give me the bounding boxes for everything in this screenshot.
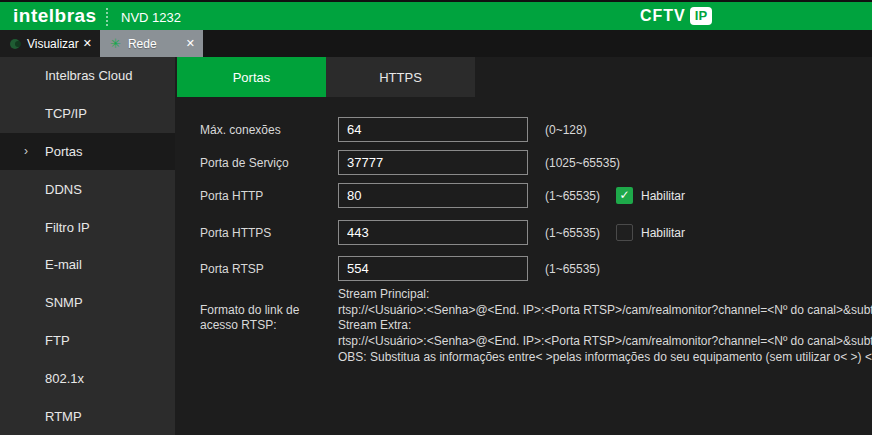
top-header: intelbras NVD 1232 CFTV IP — [0, 0, 872, 30]
settings-tab-https[interactable]: HTTPS — [326, 57, 475, 97]
field-label: Máx. conexões — [200, 123, 281, 137]
sidebar-item-portas[interactable]: ›Portas — [0, 133, 175, 171]
sidebar-item-label: Portas — [45, 144, 83, 159]
content-panel: PortasHTTPS Máx. conexões(0~128)Porta de… — [175, 57, 872, 435]
field-label: Porta RTSP — [200, 262, 264, 276]
window-tab-label: Visualizar — [27, 37, 79, 51]
porta-rtsp-input[interactable] — [338, 256, 528, 281]
checkbox-label: Habilitar — [641, 226, 685, 240]
intelbras-logo: intelbras — [13, 5, 97, 27]
window-tab-rede[interactable]: ✳Rede✕ — [100, 30, 203, 57]
form-row-porta-https: Porta HTTPS(1~65535)Habilitar — [175, 220, 872, 246]
sidebar-item-label: Intelbras Cloud — [45, 68, 132, 83]
device-name: NVD 1232 — [121, 10, 181, 25]
field-range-hint: (1~65535) — [545, 189, 600, 203]
app-window: intelbras NVD 1232 CFTV IP Visualizar✕✳R… — [0, 0, 872, 435]
content-tab-row: PortasHTTPS — [177, 57, 475, 97]
close-icon[interactable]: ✕ — [186, 37, 195, 50]
field-label: Porta HTTP — [200, 189, 263, 203]
network-icon: ✳ — [110, 37, 121, 50]
field-range-hint: (1~65535) — [545, 262, 600, 276]
sidebar-item-intelbras-cloud[interactable]: Intelbras Cloud — [0, 57, 175, 95]
sidebar-item-ftp[interactable]: FTP — [0, 322, 175, 360]
sidebar-item-filtro-ip[interactable]: Filtro IP — [0, 208, 175, 246]
settings-tab-portas[interactable]: Portas — [177, 57, 326, 97]
rtsp-format-label: Formato do link de acesso RTSP: — [200, 303, 340, 333]
cftv-ip-logo: CFTV IP — [640, 7, 712, 25]
chevron-right-icon: › — [24, 144, 28, 158]
cftv-text: CFTV — [640, 7, 686, 25]
eye-icon — [10, 39, 20, 49]
sidebar-item-tcp-ip[interactable]: TCP/IP — [0, 95, 175, 133]
sidebar-item-label: RTMP — [45, 409, 82, 424]
window-tab-bar: Visualizar✕✳Rede✕ — [0, 30, 872, 57]
field-label: Porta de Serviço — [200, 156, 289, 170]
sidebar-item-snmp[interactable]: SNMP — [0, 284, 175, 322]
sidebar-item-label: E-mail — [45, 257, 82, 272]
sidebar-item-802-1x[interactable]: 802.1x — [0, 359, 175, 397]
field-range-hint: (1025~65535) — [545, 156, 620, 170]
field-range-hint: (1~65535) — [545, 226, 600, 240]
ip-badge: IP — [690, 7, 712, 25]
sidebar-item-label: DDNS — [45, 182, 82, 197]
sidebar-item-label: 802.1x — [45, 371, 84, 386]
sidebar-item-label: FTP — [45, 333, 70, 348]
porta-http-enable-checkbox[interactable]: ✓ — [616, 187, 633, 204]
sidebar-item-rtmp[interactable]: RTMP — [0, 397, 175, 435]
sidebar-item-label: SNMP — [45, 295, 83, 310]
porta-http-input[interactable] — [338, 183, 528, 208]
porta-https-enable-checkbox[interactable] — [616, 224, 633, 241]
rtsp-format-text: Stream Principal:rtsp://<Usuário>:<Senha… — [338, 287, 868, 366]
sidebar-item-label: Filtro IP — [45, 220, 90, 235]
header-divider — [106, 8, 108, 26]
sidebar: Intelbras CloudTCP/IP›PortasDDNSFiltro I… — [0, 57, 175, 435]
rtsp-format-line: Stream Principal: — [338, 287, 868, 303]
rtsp-format-line: Stream Extra: — [338, 318, 868, 334]
porta-https-input[interactable] — [338, 220, 528, 245]
field-range-hint: (0~128) — [545, 123, 587, 137]
checkbox-label: Habilitar — [641, 189, 685, 203]
form-row-porta-rtsp: Porta RTSP(1~65535) — [175, 256, 872, 282]
sidebar-item-ddns[interactable]: DDNS — [0, 170, 175, 208]
field-label: Porta HTTPS — [200, 226, 271, 240]
window-tab-visualizar[interactable]: Visualizar✕ — [0, 30, 100, 57]
sidebar-item-label: TCP/IP — [45, 106, 87, 121]
form-row-porta-http: Porta HTTP(1~65535)✓Habilitar — [175, 183, 872, 209]
close-icon[interactable]: ✕ — [83, 37, 92, 50]
rtsp-format-line: OBS: Substitua as informações entre< >pe… — [338, 350, 868, 366]
form-row-m-x-conex-es: Máx. conexões(0~128) — [175, 117, 872, 143]
form-row-porta-de-servi-o: Porta de Serviço(1025~65535) — [175, 150, 872, 176]
m-x-conex-es-input[interactable] — [338, 117, 528, 142]
sidebar-item-e-mail[interactable]: E-mail — [0, 246, 175, 284]
rtsp-format-line: rtsp://<Usuário>:<Senha>@<End. IP>:<Port… — [338, 334, 868, 350]
window-tab-label: Rede — [128, 37, 182, 51]
rtsp-format-line: rtsp://<Usuário>:<Senha>@<End. IP>:<Port… — [338, 303, 868, 319]
porta-de-servi-o-input[interactable] — [338, 150, 528, 175]
